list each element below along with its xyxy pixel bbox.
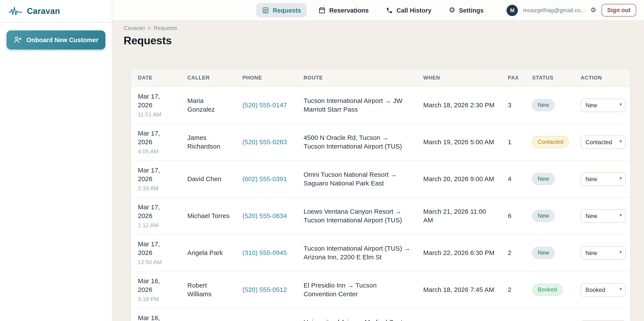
route-text: Loews Ventana Canyon Resort → Tucson Int… — [297, 197, 416, 234]
pax-count: 1 — [501, 308, 525, 321]
pax-count: 2 — [501, 234, 525, 271]
route-text: University of Arizona Medical Center → 2… — [297, 308, 416, 321]
tab-requests[interactable]: Requests — [256, 3, 307, 17]
pax-count: 4 — [501, 160, 525, 197]
action-select-wrap: New ▾ — [581, 209, 626, 223]
route-text: Omni Tucson National Resort → Saguaro Na… — [297, 160, 416, 197]
table-row: Mar 16, 2026 12:45 PM Sarah Mitchell (52… — [131, 308, 630, 321]
column-header: WHEN — [416, 69, 501, 87]
request-date: Mar 17, 2026 — [138, 203, 175, 220]
caravan-waveform-logo-icon — [9, 6, 22, 17]
brand-name: Caravan — [27, 6, 60, 16]
request-date: Mar 17, 2026 — [138, 240, 175, 257]
when-text: March 17, 2026 4:00 PM — [416, 308, 501, 321]
table-header-row: DATECALLERPHONEROUTEWHENPAXSTATUSACTION — [131, 69, 630, 87]
when-text: March 22, 2026 6:30 PM — [416, 234, 501, 271]
column-header: CALLER — [180, 69, 236, 87]
sidebar: Caravan Onboard New Customer — [0, 0, 112, 321]
requests-table-body: Mar 17, 2026 11:51 AM Maria Gonzalez (52… — [131, 87, 630, 321]
caller-name: James Richardson — [180, 124, 236, 160]
request-time: 1:12 AM — [138, 221, 175, 229]
pax-count: 1 — [501, 124, 525, 160]
calendar-icon — [318, 7, 326, 14]
phone-link[interactable]: (310) 555-0945 — [242, 249, 287, 256]
page-header: Caravan>Requests Requests — [112, 21, 644, 53]
action-select-wrap: Booked ▾ — [581, 320, 626, 321]
table-row: Mar 17, 2026 12:50 AM Angela Park (310) … — [131, 234, 630, 271]
column-header: PAX — [501, 69, 525, 87]
request-date: Mar 17, 2026 — [138, 92, 175, 110]
breadcrumb: Caravan>Requests — [124, 25, 633, 31]
nav-tabs: Requests Reservations — [256, 3, 490, 17]
main-area: Requests Reservations — [112, 0, 644, 321]
request-time: 2:33 AM — [138, 184, 175, 192]
top-navigation: Requests Reservations — [112, 0, 644, 21]
request-time: 3:18 PM — [138, 295, 175, 303]
user-email: moazgelhag@gmail.co... — [523, 7, 586, 14]
avatar[interactable]: M — [507, 5, 518, 16]
when-text: March 20, 2026 9:00 AM — [416, 160, 501, 197]
when-text: March 18, 2026 7:45 AM — [416, 271, 501, 308]
requests-table: DATECALLERPHONEROUTEWHENPAXSTATUSACTION … — [131, 69, 630, 321]
action-select[interactable]: Contacted — [581, 135, 626, 149]
pax-count: 2 — [501, 271, 525, 308]
column-header: DATE — [131, 69, 180, 87]
request-time: 11:51 AM — [138, 111, 175, 118]
gear-icon: ⚙ — [449, 7, 456, 14]
sign-out-button[interactable]: Sign out — [602, 4, 636, 17]
when-text: March 21, 2026 11:00 AM — [416, 197, 501, 234]
table-row: Mar 17, 2026 4:05 AM James Richardson (5… — [131, 124, 630, 160]
phone-link[interactable]: (520) 555-0283 — [242, 138, 287, 145]
caller-name: Sarah Mitchell — [180, 308, 236, 321]
brand[interactable]: Caravan — [0, 0, 112, 23]
phone-link[interactable]: (520) 555-0834 — [242, 212, 287, 219]
tab-settings[interactable]: ⚙ Settings — [443, 3, 490, 17]
action-select-wrap: Booked ▾ — [581, 283, 626, 297]
action-select[interactable]: New — [581, 246, 626, 260]
phone-link[interactable]: (602) 555-0391 — [242, 175, 287, 183]
breadcrumb-caravan[interactable]: Caravan — [124, 25, 145, 31]
breadcrumb-requests[interactable]: Requests — [153, 25, 177, 31]
phone-link[interactable]: (520) 555-0512 — [242, 286, 287, 293]
table-row: Mar 17, 2026 11:51 AM Maria Gonzalez (52… — [131, 87, 630, 124]
status-badge: New — [532, 173, 555, 185]
action-select-wrap: New ▾ — [581, 98, 626, 112]
action-select[interactable]: Booked — [581, 320, 626, 321]
request-date: Mar 17, 2026 — [138, 129, 175, 146]
tab-call-history[interactable]: Call History — [380, 3, 437, 17]
route-text: Tucson International Airport → JW Marrio… — [297, 87, 416, 124]
tab-reservations[interactable]: Reservations — [313, 3, 374, 17]
caller-name: Robert Williams — [180, 271, 236, 308]
table-wrap: DATECALLERPHONEROUTEWHENPAXSTATUSACTION … — [112, 53, 644, 321]
when-text: March 19, 2026 5:00 AM — [416, 124, 501, 160]
when-text: March 18, 2026 2:30 PM — [416, 87, 501, 124]
action-select-wrap: New ▾ — [581, 246, 626, 260]
route-text: 4500 N Oracle Rd, Tucson → Tucson Intern… — [297, 124, 416, 160]
tab-label: Requests — [273, 7, 301, 14]
breadcrumb-separator: > — [148, 25, 151, 31]
caller-name: Angela Park — [180, 234, 236, 271]
column-header: ACTION — [574, 69, 630, 87]
status-badge: New — [532, 247, 555, 259]
table-row: Mar 16, 2026 3:18 PM Robert Williams (52… — [131, 271, 630, 308]
gear-icon[interactable]: ⚙ — [590, 7, 596, 14]
status-badge: New — [532, 99, 555, 111]
column-header: ROUTE — [297, 69, 416, 87]
caller-name: David Chen — [180, 160, 236, 197]
column-header: STATUS — [525, 69, 574, 87]
status-badge: Booked — [532, 284, 562, 296]
page-title: Requests — [124, 34, 633, 47]
person-plus-icon — [14, 36, 22, 44]
onboard-new-customer-button[interactable]: Onboard New Customer — [6, 30, 106, 50]
action-select-wrap: Contacted ▾ — [581, 135, 626, 149]
action-select[interactable]: New — [581, 172, 626, 186]
column-header: PHONE — [236, 69, 297, 87]
onboard-button-label: Onboard New Customer — [26, 37, 98, 43]
requests-icon — [262, 7, 269, 14]
action-select[interactable]: Booked — [581, 283, 626, 297]
action-select[interactable]: New — [581, 98, 626, 112]
action-select[interactable]: New — [581, 209, 626, 223]
phone-link[interactable]: (520) 555-0147 — [242, 101, 287, 109]
status-badge: New — [532, 210, 555, 222]
user-cluster: M moazgelhag@gmail.co... ⚙ Sign out — [507, 4, 636, 17]
